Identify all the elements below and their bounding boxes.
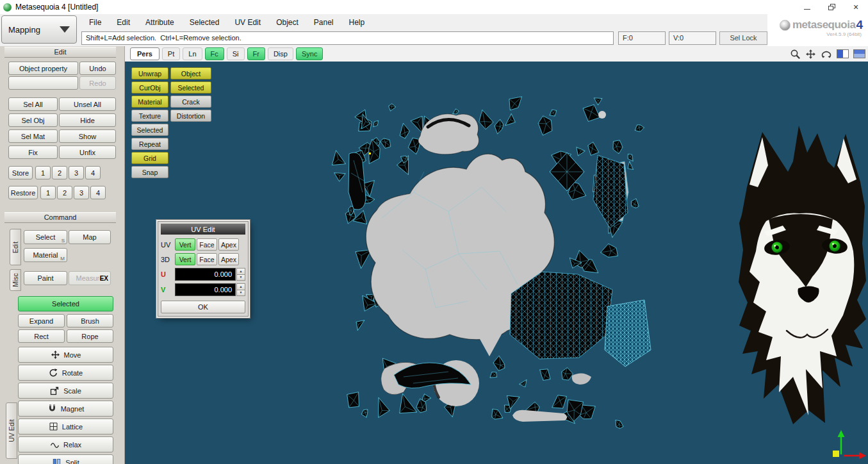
menu-uv-edit[interactable]: UV Edit [227, 14, 268, 31]
spinner-down-icon[interactable]: ▼ [236, 274, 245, 281]
uv-toggle-repeat[interactable]: Repeat [131, 138, 168, 150]
restore-slot-1-button[interactable]: 1 [40, 186, 56, 199]
uv-toggle-distortion[interactable]: Distortion [170, 110, 211, 122]
menu-selected[interactable]: Selected [182, 14, 227, 31]
split-icon [52, 458, 61, 464]
store-slot-3-button[interactable]: 3 [69, 166, 84, 179]
spinner-up-icon[interactable]: ▲ [236, 268, 245, 274]
menu-file[interactable]: File [81, 14, 109, 31]
tab-edit[interactable]: Edit [10, 229, 21, 265]
vertex-count: V:0 [669, 31, 716, 45]
magnet-tool-button[interactable]: Magnet [18, 401, 113, 417]
menu-edit[interactable]: Edit [109, 14, 138, 31]
rope-mode-button[interactable]: Rope [67, 329, 113, 343]
pan-icon[interactable] [805, 49, 816, 60]
v-input[interactable]: 0.000 [175, 283, 236, 296]
view-pers-button[interactable]: Pers [130, 47, 160, 60]
store-button[interactable]: Store [8, 166, 33, 179]
uv-toggle-selected[interactable]: Selected [170, 81, 211, 94]
restore-button[interactable]: Restore [8, 186, 38, 199]
tab-uv-edit[interactable]: UV Edit [6, 402, 17, 459]
unsel-all-button[interactable]: Unsel All [59, 97, 116, 111]
measure-tool-button[interactable]: MeasureEX [69, 271, 111, 285]
menu-object[interactable]: Object [268, 14, 306, 31]
store-slot-4-button[interactable]: 4 [85, 166, 101, 179]
uv-edit-dialog-title[interactable]: UV Edit [161, 224, 245, 235]
store-slot-2-button[interactable]: 2 [52, 166, 67, 179]
material-tool-button[interactable]: MaterialM [24, 248, 67, 262]
rect-mode-button[interactable]: Rect [18, 329, 65, 343]
orbit-icon[interactable] [821, 49, 832, 60]
texture-display-icon[interactable] [853, 49, 865, 58]
3d-vert-button[interactable]: Vert [175, 253, 195, 265]
unfix-button[interactable]: Unfix [59, 145, 116, 159]
split-tool-button[interactable]: Split [18, 454, 113, 464]
view-ln-button[interactable]: Ln [183, 47, 202, 60]
ok-button[interactable]: OK [161, 301, 245, 313]
view-disp-button[interactable]: Disp [268, 47, 293, 60]
paint-tool-button[interactable]: Paint [24, 271, 67, 285]
mapping-dropdown[interactable]: Mapping [1, 15, 77, 44]
sel-lock-button[interactable]: Sel Lock [719, 31, 767, 45]
uv-toggle-texture[interactable]: Texture [131, 110, 168, 122]
fix-button[interactable]: Fix [8, 145, 58, 159]
view-si-button[interactable]: Si [227, 47, 245, 60]
u-input[interactable]: 0.000 [175, 268, 236, 281]
close-button[interactable]: × [844, 0, 868, 14]
v-spinner[interactable]: ▲▼ [236, 283, 245, 296]
zoom-icon[interactable] [790, 49, 801, 60]
magnet-tool-label: Magnet [61, 405, 85, 413]
sel-mat-button[interactable]: Sel Mat [8, 129, 58, 143]
minimize-button[interactable] [795, 0, 819, 14]
3d-face-button[interactable]: Face [197, 253, 217, 265]
uv-toggle-crack[interactable]: Crack [170, 95, 211, 108]
restore-button[interactable] [819, 0, 844, 14]
3d-apex-button[interactable]: Apex [218, 253, 239, 265]
uv-toggle-material[interactable]: Material [131, 95, 168, 108]
screen-layout-icon[interactable] [837, 49, 849, 58]
uv-viewport[interactable]: UnwrapObjectCurObjSelectedMaterialCrackT… [125, 62, 868, 464]
move-tool-button[interactable]: Move [18, 347, 113, 363]
menu-panel[interactable]: Panel [306, 14, 341, 31]
sel-all-button[interactable]: Sel All [8, 97, 58, 111]
store-slot-1-button[interactable]: 1 [35, 166, 51, 179]
view-fc-button[interactable]: Fc [205, 47, 224, 60]
view-sync-button[interactable]: Sync [296, 47, 323, 60]
redo-button[interactable]: Redo [79, 76, 116, 90]
rotate-tool-button[interactable]: Rotate [18, 365, 113, 381]
menu-attribute[interactable]: Attribute [138, 14, 182, 31]
uv-toggle-grid[interactable]: Grid [131, 152, 168, 164]
restore-slot-4-button[interactable]: 4 [90, 186, 106, 199]
spinner-up-icon[interactable]: ▲ [236, 283, 245, 290]
brush-mode-button[interactable]: Brush [67, 314, 113, 327]
restore-slot-2-button[interactable]: 2 [57, 186, 72, 199]
uv-toggle-object[interactable]: Object [170, 67, 211, 79]
uv-toggle-unwrap[interactable]: Unwrap [131, 67, 168, 79]
map-tool-button[interactable]: Map [69, 230, 111, 244]
expand-mode-button[interactable]: Expand [18, 314, 65, 327]
uv-face-button[interactable]: Face [197, 238, 217, 251]
undo-button[interactable]: Undo [79, 62, 116, 75]
menu-help[interactable]: Help [341, 14, 373, 31]
uv-apex-button[interactable]: Apex [218, 238, 239, 251]
scale-tool-button[interactable]: Scale [18, 383, 113, 399]
uv-toggle-selected[interactable]: Selected [131, 124, 168, 136]
relax-tool-button[interactable]: Relax [18, 436, 113, 452]
selected-mode-button[interactable]: Selected [18, 296, 113, 311]
tab-misc[interactable]: Misc [10, 269, 21, 291]
restore-slot-3-button[interactable]: 3 [74, 186, 89, 199]
view-fr-button[interactable]: Fr [247, 47, 265, 60]
show-button[interactable]: Show [59, 129, 116, 143]
uv-toggle-curobj[interactable]: CurObj [131, 81, 168, 94]
v-value-row: V 0.000 ▲▼ [161, 283, 245, 296]
sel-obj-button[interactable]: Sel Obj [8, 113, 58, 127]
object-property-button[interactable]: Object property [8, 62, 78, 75]
u-spinner[interactable]: ▲▼ [236, 268, 245, 281]
lattice-tool-button[interactable]: Lattice [18, 418, 113, 435]
hide-button[interactable]: Hide [59, 113, 116, 127]
select-tool-button[interactable]: SelectS [24, 230, 67, 244]
spinner-down-icon[interactable]: ▼ [236, 290, 245, 297]
uv-vert-button[interactable]: Vert [175, 238, 195, 251]
view-pt-button[interactable]: Pt [162, 47, 180, 60]
uv-toggle-snap[interactable]: Snap [131, 166, 168, 178]
